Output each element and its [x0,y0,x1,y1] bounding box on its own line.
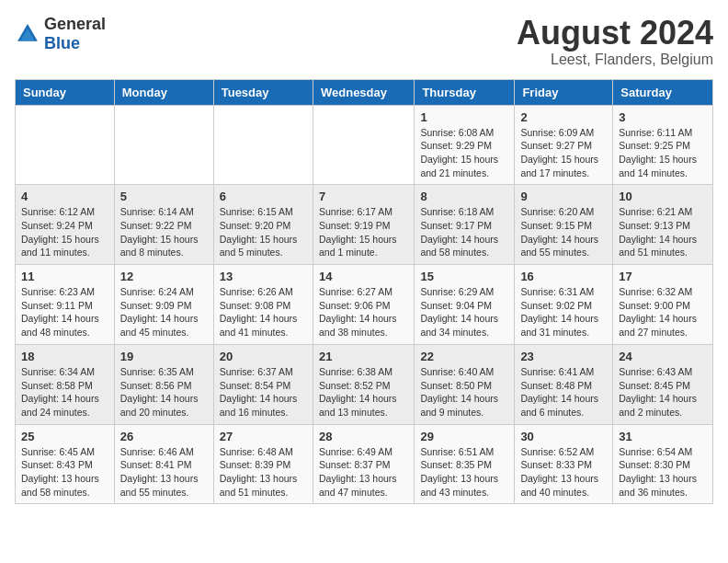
calendar-cell [16,105,115,185]
calendar-cell: 23Sunrise: 6:41 AM Sunset: 8:48 PM Dayli… [515,344,613,424]
day-info: Sunrise: 6:49 AM Sunset: 8:37 PM Dayligh… [319,445,408,500]
day-number: 7 [319,190,408,203]
day-number: 22 [420,350,508,363]
logo-icon [15,21,40,47]
weekday-header-wednesday: Wednesday [313,79,414,105]
calendar-cell: 26Sunrise: 6:46 AM Sunset: 8:41 PM Dayli… [114,424,213,504]
calendar-cell: 19Sunrise: 6:35 AM Sunset: 8:56 PM Dayli… [114,344,213,424]
day-info: Sunrise: 6:46 AM Sunset: 8:41 PM Dayligh… [120,445,208,500]
calendar-week-row: 11Sunrise: 6:23 AM Sunset: 9:11 PM Dayli… [16,265,713,345]
day-number: 17 [619,270,707,283]
day-info: Sunrise: 6:24 AM Sunset: 9:09 PM Dayligh… [120,285,208,339]
title-block: August 2024 Leest, Flanders, Belgium [517,15,713,68]
day-number: 31 [619,430,707,443]
day-number: 30 [520,430,607,443]
day-info: Sunrise: 6:34 AM Sunset: 8:58 PM Dayligh… [21,365,108,419]
day-number: 25 [21,430,108,443]
page-header: General Blue August 2024 Leest, Flanders… [15,15,713,68]
calendar-cell: 31Sunrise: 6:54 AM Sunset: 8:30 PM Dayli… [613,424,713,504]
calendar-cell: 22Sunrise: 6:40 AM Sunset: 8:50 PM Dayli… [415,344,515,424]
calendar-cell: 11Sunrise: 6:23 AM Sunset: 9:11 PM Dayli… [16,265,115,345]
weekday-header-row: SundayMondayTuesdayWednesdayThursdayFrid… [16,79,713,105]
day-info: Sunrise: 6:20 AM Sunset: 9:15 PM Dayligh… [520,205,607,259]
calendar-cell [213,105,313,185]
day-info: Sunrise: 6:43 AM Sunset: 8:45 PM Dayligh… [619,365,707,419]
day-info: Sunrise: 6:38 AM Sunset: 8:52 PM Dayligh… [319,365,408,419]
day-info: Sunrise: 6:21 AM Sunset: 9:13 PM Dayligh… [619,205,707,259]
day-number: 16 [520,270,607,283]
day-number: 8 [420,190,508,203]
day-number: 4 [21,190,108,203]
calendar-cell: 5Sunrise: 6:14 AM Sunset: 9:22 PM Daylig… [114,185,213,265]
calendar-cell: 3Sunrise: 6:11 AM Sunset: 9:25 PM Daylig… [613,105,713,185]
logo-text-general: General [44,15,106,33]
day-info: Sunrise: 6:32 AM Sunset: 9:00 PM Dayligh… [619,285,707,339]
day-info: Sunrise: 6:11 AM Sunset: 9:25 PM Dayligh… [619,126,707,180]
day-info: Sunrise: 6:40 AM Sunset: 8:50 PM Dayligh… [420,365,508,419]
calendar-week-row: 25Sunrise: 6:45 AM Sunset: 8:43 PM Dayli… [16,424,713,504]
day-number: 15 [420,270,508,283]
day-number: 29 [420,430,508,443]
calendar-cell: 8Sunrise: 6:18 AM Sunset: 9:17 PM Daylig… [415,185,515,265]
calendar-cell: 30Sunrise: 6:52 AM Sunset: 8:33 PM Dayli… [515,424,613,504]
calendar-cell: 28Sunrise: 6:49 AM Sunset: 8:37 PM Dayli… [313,424,414,504]
day-info: Sunrise: 6:51 AM Sunset: 8:35 PM Dayligh… [420,445,508,500]
weekday-header-saturday: Saturday [613,79,713,105]
calendar-table: SundayMondayTuesdayWednesdayThursdayFrid… [15,79,713,505]
day-info: Sunrise: 6:15 AM Sunset: 9:20 PM Dayligh… [220,205,307,259]
calendar-cell: 4Sunrise: 6:12 AM Sunset: 9:24 PM Daylig… [16,185,115,265]
calendar-cell: 29Sunrise: 6:51 AM Sunset: 8:35 PM Dayli… [415,424,515,504]
logo-text-blue: Blue [44,34,80,52]
day-info: Sunrise: 6:26 AM Sunset: 9:08 PM Dayligh… [220,285,307,339]
calendar-cell: 25Sunrise: 6:45 AM Sunset: 8:43 PM Dayli… [16,424,115,504]
day-number: 2 [520,110,607,124]
calendar-body: 1Sunrise: 6:08 AM Sunset: 9:29 PM Daylig… [16,105,713,504]
day-number: 21 [319,350,408,363]
calendar-week-row: 18Sunrise: 6:34 AM Sunset: 8:58 PM Dayli… [16,344,713,424]
day-info: Sunrise: 6:12 AM Sunset: 9:24 PM Dayligh… [21,205,108,259]
location: Leest, Flanders, Belgium [517,52,713,68]
day-number: 12 [120,270,208,283]
day-number: 9 [520,190,607,203]
calendar-cell: 20Sunrise: 6:37 AM Sunset: 8:54 PM Dayli… [213,344,313,424]
day-number: 26 [120,430,208,443]
calendar-cell: 7Sunrise: 6:17 AM Sunset: 9:19 PM Daylig… [313,185,414,265]
day-number: 1 [420,110,508,124]
day-number: 3 [619,110,707,124]
calendar-cell: 17Sunrise: 6:32 AM Sunset: 9:00 PM Dayli… [613,265,713,345]
calendar-cell: 27Sunrise: 6:48 AM Sunset: 8:39 PM Dayli… [213,424,313,504]
calendar-week-row: 1Sunrise: 6:08 AM Sunset: 9:29 PM Daylig… [16,105,713,185]
day-info: Sunrise: 6:14 AM Sunset: 9:22 PM Dayligh… [120,205,208,259]
day-number: 28 [319,430,408,443]
day-number: 11 [21,270,108,283]
day-info: Sunrise: 6:08 AM Sunset: 9:29 PM Dayligh… [420,126,508,180]
day-info: Sunrise: 6:48 AM Sunset: 8:39 PM Dayligh… [220,445,307,500]
calendar-cell: 6Sunrise: 6:15 AM Sunset: 9:20 PM Daylig… [213,185,313,265]
calendar-cell: 15Sunrise: 6:29 AM Sunset: 9:04 PM Dayli… [415,265,515,345]
day-info: Sunrise: 6:35 AM Sunset: 8:56 PM Dayligh… [120,365,208,419]
calendar-cell [313,105,414,185]
day-number: 20 [220,350,307,363]
logo: General Blue [15,15,106,53]
day-number: 19 [120,350,208,363]
day-info: Sunrise: 6:17 AM Sunset: 9:19 PM Dayligh… [319,205,408,259]
day-number: 14 [319,270,408,283]
calendar-week-row: 4Sunrise: 6:12 AM Sunset: 9:24 PM Daylig… [16,185,713,265]
calendar-cell: 10Sunrise: 6:21 AM Sunset: 9:13 PM Dayli… [613,185,713,265]
day-info: Sunrise: 6:37 AM Sunset: 8:54 PM Dayligh… [220,365,307,419]
day-info: Sunrise: 6:18 AM Sunset: 9:17 PM Dayligh… [420,205,508,259]
day-number: 24 [619,350,707,363]
day-info: Sunrise: 6:52 AM Sunset: 8:33 PM Dayligh… [520,445,607,500]
day-info: Sunrise: 6:41 AM Sunset: 8:48 PM Dayligh… [520,365,607,419]
day-info: Sunrise: 6:27 AM Sunset: 9:06 PM Dayligh… [319,285,408,339]
day-number: 5 [120,190,208,203]
weekday-header-friday: Friday [515,79,613,105]
weekday-header-thursday: Thursday [415,79,515,105]
day-info: Sunrise: 6:54 AM Sunset: 8:30 PM Dayligh… [619,445,707,500]
calendar-cell [114,105,213,185]
calendar-cell: 13Sunrise: 6:26 AM Sunset: 9:08 PM Dayli… [213,265,313,345]
day-number: 18 [21,350,108,363]
day-info: Sunrise: 6:23 AM Sunset: 9:11 PM Dayligh… [21,285,108,339]
day-info: Sunrise: 6:45 AM Sunset: 8:43 PM Dayligh… [21,445,108,500]
calendar-cell: 12Sunrise: 6:24 AM Sunset: 9:09 PM Dayli… [114,265,213,345]
